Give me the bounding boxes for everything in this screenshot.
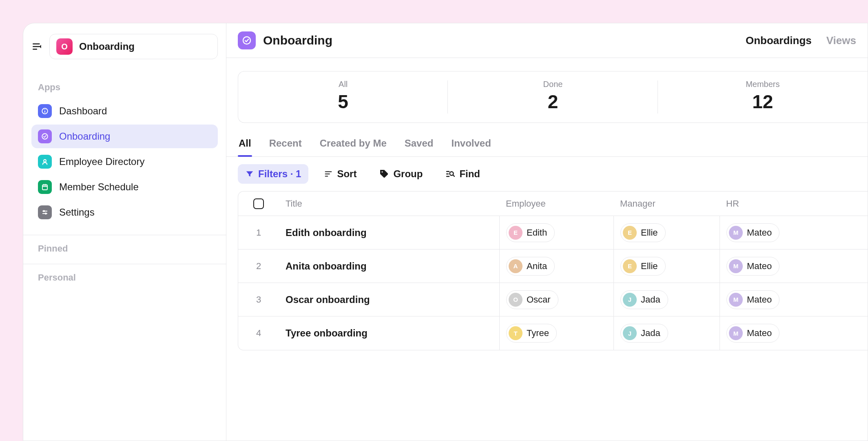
person-chip[interactable]: MMateo: [726, 290, 779, 309]
person-chip[interactable]: MMateo: [726, 223, 779, 242]
person-name: Jada: [641, 328, 660, 339]
row-title: Oscar onboarding: [279, 294, 499, 305]
header-tab-views[interactable]: Views: [826, 34, 856, 47]
person-chip[interactable]: AAnita: [506, 257, 555, 276]
stat-label: Members: [658, 80, 868, 89]
person-chip[interactable]: JJada: [620, 324, 668, 343]
find-label: Find: [459, 168, 480, 180]
stat-value: 12: [658, 91, 868, 113]
page-title: Onboarding: [263, 33, 332, 47]
find-button[interactable]: Find: [438, 164, 487, 184]
sidebar-item-onboarding[interactable]: Onboarding: [31, 125, 218, 148]
header-tabs: OnboardingsViews: [746, 34, 856, 47]
view-tabs: AllRecentCreated by MeSavedInvolved: [226, 133, 868, 157]
select-all-checkbox[interactable]: [253, 198, 264, 209]
group-button[interactable]: Group: [372, 164, 430, 184]
cell-employee: OOscar: [499, 283, 613, 316]
cell-employee: EEdith: [499, 216, 613, 249]
person-chip[interactable]: EEllie: [620, 257, 666, 276]
cell-hr: MMateo: [720, 216, 834, 249]
avatar: M: [729, 259, 743, 273]
person-name: Edith: [527, 227, 547, 238]
person-name: Oscar: [527, 294, 551, 305]
cell-employee: TTyree: [499, 316, 613, 350]
person-name: Mateo: [747, 227, 772, 238]
person-name: Mateo: [747, 328, 772, 339]
stat-value: 5: [238, 91, 448, 113]
view-tab-all[interactable]: All: [238, 133, 252, 156]
cell-manager: JJada: [613, 316, 720, 350]
view-tab-involved[interactable]: Involved: [450, 133, 492, 156]
info-icon: [38, 104, 52, 118]
sidebar-top: O Onboarding: [31, 34, 218, 59]
workspace-name: Onboarding: [79, 41, 135, 52]
avatar: T: [509, 326, 523, 340]
person-chip[interactable]: EEdith: [506, 223, 555, 242]
table-row[interactable]: 3Oscar onboardingOOscarJJadaMMateo: [238, 283, 868, 316]
cell-employee: AAnita: [499, 249, 613, 283]
check-icon: [38, 129, 52, 143]
sidebar-item-dashboard[interactable]: Dashboard: [31, 99, 218, 123]
toolbar: Filters · 1 Sort Group: [226, 157, 868, 191]
sidebar-item-employee-directory[interactable]: Employee Directory: [31, 150, 218, 174]
column-employee[interactable]: Employee: [499, 198, 613, 209]
app-frame: O Onboarding Apps DashboardOnboardingEmp…: [23, 23, 868, 441]
onboarding-icon: [238, 31, 256, 49]
person-chip[interactable]: JJada: [620, 290, 668, 309]
cell-manager: EEllie: [613, 249, 720, 283]
table-row[interactable]: 4Tyree onboardingTTyreeJJadaMMateo: [238, 316, 868, 350]
sidebar-collapse-icon[interactable]: [31, 41, 43, 52]
sidebar-item-settings[interactable]: Settings: [31, 200, 218, 224]
row-title: Anita onboarding: [279, 261, 499, 272]
sidebar: O Onboarding Apps DashboardOnboardingEmp…: [23, 23, 226, 441]
column-title[interactable]: Title: [279, 198, 499, 209]
sidebar-section-pinned: Pinned: [31, 238, 218, 261]
avatar: E: [509, 226, 523, 240]
table-row[interactable]: 2Anita onboardingAAnitaEEllieMMateo: [238, 249, 868, 283]
svg-point-13: [43, 211, 44, 212]
stat-value: 2: [448, 91, 658, 113]
svg-point-15: [45, 213, 46, 214]
person-name: Mateo: [747, 261, 772, 272]
stat-members[interactable]: Members12: [658, 71, 868, 122]
person-name: Mateo: [747, 294, 772, 305]
select-all-cell: [238, 198, 279, 209]
table-body: 1Edith onboardingEEdithEEllieMMateo2Anit…: [238, 216, 868, 350]
person-chip[interactable]: TTyree: [506, 324, 557, 343]
sort-button[interactable]: Sort: [317, 164, 364, 184]
workspace-icon: O: [56, 38, 73, 55]
person-chip[interactable]: OOscar: [506, 290, 558, 309]
cell-hr: MMateo: [720, 249, 834, 283]
sidebar-item-member-schedule[interactable]: Member Schedule: [31, 175, 218, 199]
row-title: Tyree onboarding: [279, 327, 499, 339]
header-tab-onboardings[interactable]: Onboardings: [746, 34, 812, 47]
sidebar-item-label: Settings: [59, 207, 95, 218]
view-tab-saved[interactable]: Saved: [404, 133, 434, 156]
filters-button[interactable]: Filters · 1: [238, 164, 308, 184]
avatar: O: [509, 293, 523, 307]
table: Title Employee Manager HR 1Edith onboard…: [238, 191, 868, 350]
stat-done[interactable]: Done2: [448, 71, 658, 122]
header: Onboarding OnboardingsViews: [226, 23, 868, 58]
column-hr[interactable]: HR: [720, 198, 834, 209]
divider: [23, 235, 226, 235]
stat-label: All: [238, 80, 448, 89]
view-tab-created-by-me[interactable]: Created by Me: [319, 133, 388, 156]
person-chip[interactable]: MMateo: [726, 324, 779, 343]
avatar: M: [729, 293, 743, 307]
person-chip[interactable]: EEllie: [620, 223, 666, 242]
avatar: E: [623, 226, 637, 240]
sidebar-section-personal: Personal: [31, 267, 218, 290]
column-manager[interactable]: Manager: [613, 198, 720, 209]
avatar: M: [729, 326, 743, 340]
cell-hr: MMateo: [720, 316, 834, 350]
stat-all[interactable]: All5: [238, 71, 448, 122]
person-chip[interactable]: MMateo: [726, 257, 779, 276]
row-index: 3: [238, 294, 279, 305]
main: Onboarding OnboardingsViews All5Done2Mem…: [226, 23, 868, 441]
view-tab-recent[interactable]: Recent: [268, 133, 303, 156]
svg-line-25: [453, 175, 455, 177]
table-row[interactable]: 1Edith onboardingEEdithEEllieMMateo: [238, 216, 868, 249]
person-name: Ellie: [641, 261, 658, 272]
workspace-selector[interactable]: O Onboarding: [49, 34, 218, 59]
